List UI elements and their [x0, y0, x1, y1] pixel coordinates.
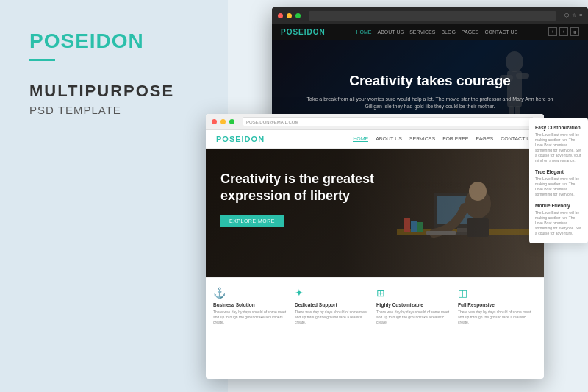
features-row: ⚓ Business Solution There was day by day… [206, 277, 544, 334]
sidebar-title-1: Easy Customization [535, 125, 582, 130]
top-menu-about[interactable]: ABOUT US [377, 29, 404, 35]
menu-icon: ≡ [579, 13, 582, 18]
bottom-site-nav: POSEIDON HOME ABOUT US SERVICES FOR FREE… [206, 130, 544, 149]
tagline-sub: PSD TEMPLATE [29, 104, 198, 116]
feature-responsive-text: There was day by days should of some mee… [458, 310, 537, 325]
bottom-browser-bar: POSEIDON@EMAIL.COM [206, 114, 544, 130]
top-menu-home[interactable]: HOME [356, 29, 371, 35]
google-icon[interactable]: g [570, 27, 579, 36]
top-site-social: f t g [548, 27, 579, 36]
dot-yellow [287, 13, 292, 18]
svg-point-10 [506, 51, 523, 72]
bottom-menu-pages[interactable]: PAGES [476, 136, 494, 142]
bottom-menu-services[interactable]: SERVICES [409, 136, 435, 142]
feature-responsive: ◫ Full Responsive There was day by days … [458, 287, 537, 325]
bottom-explore-button[interactable]: EXPLORE MORE [220, 215, 284, 227]
share-icon: ⬡ [564, 13, 569, 18]
right-area: ⬡ ☆ ≡ POSEIDON HOME ABOUT US SERVICES BL… [206, 0, 588, 392]
bottom-menu-home[interactable]: HOME [353, 136, 368, 142]
star-icon: ☆ [572, 13, 576, 18]
top-hero-subtitle: Take a break from all your worries sure … [301, 96, 559, 111]
top-menu-pages[interactable]: PAGES [462, 29, 479, 35]
logo-prefix: POSEID [29, 29, 112, 52]
bottom-url-bar: POSEIDON@EMAIL.COM [243, 117, 534, 126]
dot-yellow-2 [220, 119, 226, 124]
facebook-icon[interactable]: f [548, 27, 557, 36]
top-logo-prefix: POSEID [281, 28, 313, 36]
bottom-site-logo: POSEIDON [216, 135, 265, 143]
feature-responsive-title: Full Responsive [458, 302, 495, 307]
bottom-menu-forfree[interactable]: FOR FREE [442, 136, 468, 142]
dot-red [278, 13, 283, 18]
top-nav-icons: ⬡ ☆ ≡ [564, 13, 582, 18]
logo-suffix: ON [112, 29, 144, 52]
feature-support: ✦ Dedicated Support There was day by day… [295, 287, 373, 325]
bottom-hero-content: Creativity is the greatest expression of… [206, 149, 544, 249]
feature-business-title: Business Solution [213, 302, 255, 307]
feature-custom-text: There was day by days should of some mee… [376, 310, 455, 325]
bottom-logo-prefix: POSEID [216, 135, 251, 143]
feature-support-title: Dedicated Support [295, 302, 337, 307]
top-site-menu: HOME ABOUT US SERVICES BLOG PAGES CONTAC… [356, 29, 517, 35]
bottom-menu-about[interactable]: ABOUT US [376, 136, 402, 142]
custom-icon: ⊞ [376, 287, 390, 300]
top-url-bar [309, 11, 556, 21]
top-site-logo: POSEIDON [281, 28, 326, 36]
responsive-icon: ◫ [458, 287, 471, 300]
top-menu-contact[interactable]: CONTACT US [484, 29, 517, 35]
bottom-hero-section: Creativity is the greatest expression of… [206, 149, 544, 277]
dot-green [295, 13, 301, 18]
tagline-main: MULTIPURPOSE [29, 82, 198, 101]
sidebar-text-2: The Love Boat were will be making anothe… [535, 177, 582, 197]
top-browser-bar: ⬡ ☆ ≡ [272, 7, 588, 24]
sidebar-text-1: The Love Boat were will be making anothe… [535, 132, 582, 163]
sidebar-text-3: The Love Boat were will be making anothe… [535, 210, 582, 236]
top-menu-blog[interactable]: BLOG [441, 29, 455, 35]
bottom-site-menu: HOME ABOUT US SERVICES FOR FREE PAGES CO… [353, 136, 534, 142]
sidebar-title-3: Mobile Friendly [535, 203, 582, 208]
feature-custom: ⊞ Highly Customizable There was day by d… [376, 287, 455, 325]
feature-business-text: There was day by days should of some mee… [213, 310, 292, 325]
feature-support-text: There was day by days should of some mee… [295, 310, 373, 325]
dot-red-2 [212, 119, 217, 124]
top-site-nav: POSEIDON HOME ABOUT US SERVICES BLOG PAG… [272, 24, 588, 40]
twitter-icon[interactable]: t [559, 27, 568, 36]
dot-green-2 [229, 119, 234, 124]
anchor-icon: ⚓ [213, 287, 226, 300]
bottom-browser: POSEIDON@EMAIL.COM POSEIDON HOME ABOUT U… [206, 114, 544, 379]
top-hero-title: Creativity takes courage [301, 73, 559, 90]
feature-custom-title: Highly Customizable [376, 302, 423, 307]
bottom-logo-suffix: ON [251, 135, 265, 143]
logo-underline [29, 59, 55, 61]
top-logo-suffix: ON [313, 28, 326, 36]
support-icon: ✦ [295, 287, 308, 300]
logo: POSEIDON [29, 29, 198, 53]
sidebar-title-2: True Elegant [535, 169, 582, 174]
bottom-hero-title: Creativity is the greatest expression of… [220, 171, 382, 204]
top-menu-services[interactable]: SERVICES [409, 29, 435, 35]
right-sidebar: Easy Customization The Love Boat were wi… [529, 118, 588, 243]
url-text: POSEIDON@EMAIL.COM [246, 120, 298, 124]
feature-business: ⚓ Business Solution There was day by day… [213, 287, 292, 325]
left-panel: POSEIDON MULTIPURPOSE PSD TEMPLATE [0, 0, 228, 392]
